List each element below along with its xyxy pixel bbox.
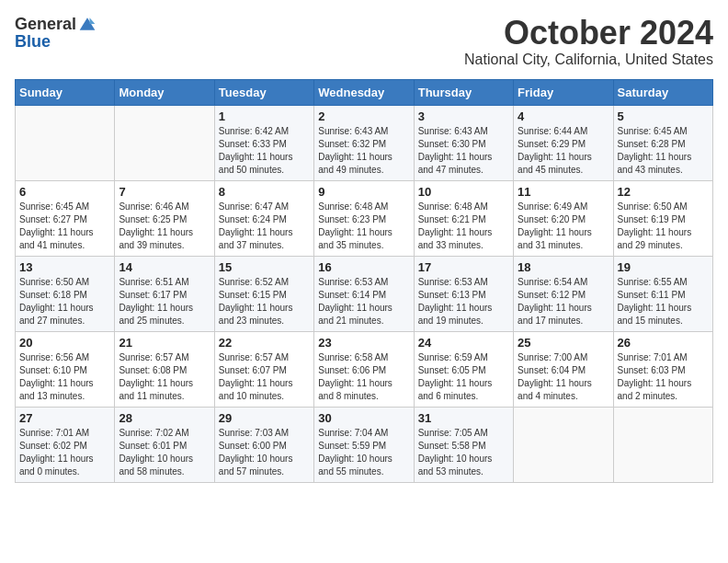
calendar-week-row: 20Sunrise: 6:56 AMSunset: 6:10 PMDayligh… — [16, 331, 713, 407]
day-info: Sunrise: 6:45 AMSunset: 6:27 PMDaylight:… — [19, 201, 110, 252]
day-info: Sunrise: 7:03 AMSunset: 6:00 PMDaylight:… — [219, 427, 310, 478]
day-info: Sunrise: 6:56 AMSunset: 6:10 PMDaylight:… — [19, 351, 110, 403]
day-number: 8 — [219, 185, 310, 199]
calendar-cell: 18Sunrise: 6:54 AMSunset: 6:12 PMDayligh… — [514, 256, 613, 331]
calendar-cell: 5Sunrise: 6:45 AMSunset: 6:28 PMDaylight… — [613, 105, 712, 180]
day-number: 6 — [19, 185, 110, 199]
day-info: Sunrise: 6:48 AMSunset: 6:23 PMDaylight:… — [318, 201, 409, 252]
day-number: 3 — [418, 109, 509, 123]
calendar-cell: 23Sunrise: 6:58 AMSunset: 6:06 PMDayligh… — [314, 331, 414, 407]
calendar-cell: 19Sunrise: 6:55 AMSunset: 6:11 PMDayligh… — [613, 256, 712, 331]
calendar-cell: 13Sunrise: 6:50 AMSunset: 6:18 PMDayligh… — [16, 256, 115, 331]
day-number: 19 — [618, 260, 709, 274]
calendar-cell: 17Sunrise: 6:53 AMSunset: 6:13 PMDayligh… — [414, 256, 513, 331]
day-number: 26 — [618, 336, 709, 350]
logo-general: General — [15, 16, 76, 32]
day-number: 5 — [618, 109, 709, 123]
day-number: 15 — [219, 260, 310, 274]
calendar-week-row: 27Sunrise: 7:01 AMSunset: 6:02 PMDayligh… — [16, 407, 713, 482]
day-info: Sunrise: 6:59 AMSunset: 6:05 PMDaylight:… — [418, 351, 509, 403]
day-info: Sunrise: 6:45 AMSunset: 6:28 PMDaylight:… — [618, 125, 709, 177]
day-info: Sunrise: 7:01 AMSunset: 6:02 PMDaylight:… — [19, 427, 110, 478]
day-number: 25 — [518, 336, 609, 350]
calendar-cell: 7Sunrise: 6:46 AMSunset: 6:25 PMDaylight… — [115, 180, 214, 256]
day-info: Sunrise: 6:47 AMSunset: 6:24 PMDaylight:… — [219, 201, 310, 252]
day-info: Sunrise: 6:50 AMSunset: 6:19 PMDaylight:… — [618, 201, 709, 252]
day-info: Sunrise: 6:57 AMSunset: 6:07 PMDaylight:… — [219, 351, 310, 403]
calendar-cell: 25Sunrise: 7:00 AMSunset: 6:04 PMDayligh… — [514, 331, 613, 407]
weekday-header-row: SundayMondayTuesdayWednesdayThursdayFrid… — [16, 79, 713, 105]
day-info: Sunrise: 6:42 AMSunset: 6:33 PMDaylight:… — [219, 125, 310, 177]
day-info: Sunrise: 7:05 AMSunset: 5:58 PMDaylight:… — [418, 427, 509, 478]
day-number: 7 — [119, 185, 210, 199]
day-info: Sunrise: 6:53 AMSunset: 6:13 PMDaylight:… — [418, 276, 509, 327]
day-info: Sunrise: 6:57 AMSunset: 6:08 PMDaylight:… — [119, 351, 210, 403]
calendar-cell: 10Sunrise: 6:48 AMSunset: 6:21 PMDayligh… — [414, 180, 513, 256]
calendar-week-row: 13Sunrise: 6:50 AMSunset: 6:18 PMDayligh… — [16, 256, 713, 331]
day-number: 27 — [19, 411, 110, 425]
day-info: Sunrise: 7:04 AMSunset: 5:59 PMDaylight:… — [318, 427, 409, 478]
calendar-cell: 4Sunrise: 6:44 AMSunset: 6:29 PMDaylight… — [514, 105, 613, 180]
calendar-cell: 12Sunrise: 6:50 AMSunset: 6:19 PMDayligh… — [613, 180, 712, 256]
calendar-cell: 28Sunrise: 7:02 AMSunset: 6:01 PMDayligh… — [115, 407, 214, 482]
calendar-cell: 30Sunrise: 7:04 AMSunset: 5:59 PMDayligh… — [314, 407, 414, 482]
title-section: October 2024 National City, California, … — [464, 15, 713, 68]
calendar-week-row: 1Sunrise: 6:42 AMSunset: 6:33 PMDaylight… — [16, 105, 713, 180]
day-number: 13 — [19, 260, 110, 274]
weekday-header-sunday: Sunday — [16, 79, 115, 105]
day-number: 24 — [418, 336, 509, 350]
day-info: Sunrise: 6:58 AMSunset: 6:06 PMDaylight:… — [318, 351, 409, 403]
calendar-cell: 27Sunrise: 7:01 AMSunset: 6:02 PMDayligh… — [16, 407, 115, 482]
calendar-cell: 8Sunrise: 6:47 AMSunset: 6:24 PMDaylight… — [214, 180, 313, 256]
header: General Blue October 2024 National City,… — [15, 15, 713, 68]
calendar-cell: 21Sunrise: 6:57 AMSunset: 6:08 PMDayligh… — [115, 331, 214, 407]
day-info: Sunrise: 6:49 AMSunset: 6:20 PMDaylight:… — [518, 201, 609, 252]
weekday-header-thursday: Thursday — [414, 79, 513, 105]
day-info: Sunrise: 6:51 AMSunset: 6:17 PMDaylight:… — [119, 276, 210, 327]
weekday-header-tuesday: Tuesday — [214, 79, 313, 105]
day-number: 1 — [219, 109, 310, 123]
day-info: Sunrise: 6:54 AMSunset: 6:12 PMDaylight:… — [518, 276, 609, 327]
calendar-cell — [613, 407, 712, 482]
day-info: Sunrise: 6:43 AMSunset: 6:30 PMDaylight:… — [418, 125, 509, 177]
calendar-cell: 1Sunrise: 6:42 AMSunset: 6:33 PMDaylight… — [214, 105, 313, 180]
location-title: National City, California, United States — [464, 52, 713, 68]
calendar-cell: 2Sunrise: 6:43 AMSunset: 6:32 PMDaylight… — [314, 105, 414, 180]
calendar-cell: 29Sunrise: 7:03 AMSunset: 6:00 PMDayligh… — [214, 407, 313, 482]
day-number: 14 — [119, 260, 210, 274]
day-info: Sunrise: 7:01 AMSunset: 6:03 PMDaylight:… — [618, 351, 709, 403]
day-number: 31 — [418, 411, 509, 425]
calendar-cell: 22Sunrise: 6:57 AMSunset: 6:07 PMDayligh… — [214, 331, 313, 407]
month-title: October 2024 — [464, 15, 713, 52]
calendar-cell: 24Sunrise: 6:59 AMSunset: 6:05 PMDayligh… — [414, 331, 513, 407]
calendar-cell — [115, 105, 214, 180]
calendar-cell: 3Sunrise: 6:43 AMSunset: 6:30 PMDaylight… — [414, 105, 513, 180]
day-number: 22 — [219, 336, 310, 350]
day-number: 12 — [618, 185, 709, 199]
day-number: 18 — [518, 260, 609, 274]
calendar-cell: 16Sunrise: 6:53 AMSunset: 6:14 PMDayligh… — [314, 256, 414, 331]
logo-blue: Blue — [15, 32, 51, 51]
day-info: Sunrise: 7:00 AMSunset: 6:04 PMDaylight:… — [518, 351, 609, 403]
day-number: 9 — [318, 185, 409, 199]
day-info: Sunrise: 7:02 AMSunset: 6:01 PMDaylight:… — [119, 427, 210, 478]
day-number: 20 — [19, 336, 110, 350]
day-number: 2 — [318, 109, 409, 123]
weekday-header-monday: Monday — [115, 79, 214, 105]
calendar-cell: 26Sunrise: 7:01 AMSunset: 6:03 PMDayligh… — [613, 331, 712, 407]
calendar-cell: 11Sunrise: 6:49 AMSunset: 6:20 PMDayligh… — [514, 180, 613, 256]
day-info: Sunrise: 6:52 AMSunset: 6:15 PMDaylight:… — [219, 276, 310, 327]
weekday-header-saturday: Saturday — [613, 79, 712, 105]
day-number: 16 — [318, 260, 409, 274]
calendar-cell: 14Sunrise: 6:51 AMSunset: 6:17 PMDayligh… — [115, 256, 214, 331]
day-info: Sunrise: 6:48 AMSunset: 6:21 PMDaylight:… — [418, 201, 509, 252]
day-info: Sunrise: 6:55 AMSunset: 6:11 PMDaylight:… — [618, 276, 709, 327]
calendar-table: SundayMondayTuesdayWednesdayThursdayFrid… — [15, 79, 713, 483]
calendar-cell — [16, 105, 115, 180]
day-info: Sunrise: 6:50 AMSunset: 6:18 PMDaylight:… — [19, 276, 110, 327]
calendar-cell: 31Sunrise: 7:05 AMSunset: 5:58 PMDayligh… — [414, 407, 513, 482]
day-number: 23 — [318, 336, 409, 350]
day-number: 30 — [318, 411, 409, 425]
calendar-cell: 6Sunrise: 6:45 AMSunset: 6:27 PMDaylight… — [16, 180, 115, 256]
weekday-header-friday: Friday — [514, 79, 613, 105]
